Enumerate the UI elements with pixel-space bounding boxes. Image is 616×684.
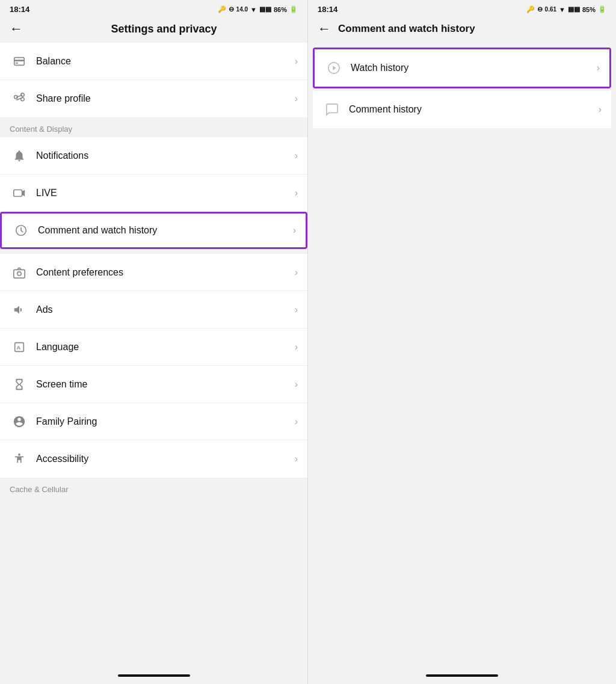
comment-watch-title: Comment and watch history <box>338 23 606 35</box>
time-left: 18:14 <box>10 5 29 14</box>
data-icon-right: 0.61 <box>545 6 556 13</box>
back-button-left[interactable]: ← <box>10 22 23 35</box>
content-preferences-chevron: › <box>295 267 298 278</box>
settings-title: Settings and privacy <box>30 23 298 35</box>
language-item[interactable]: A Language › <box>0 328 307 366</box>
play-svg <box>327 61 340 75</box>
right-panel: 18:14 🔑 ⊖ 0.61 ▼ ▩▩ 85% 🔋 ← Comment and … <box>308 0 616 684</box>
share-profile-label: Share profile <box>36 93 295 104</box>
live-svg <box>13 186 26 200</box>
comment-watch-header: ← Comment and watch history <box>308 16 616 43</box>
camera-icon <box>10 263 29 282</box>
status-icons-left: 🔑 ⊖ 14.0 ▼ ▩▩ 86% 🔋 <box>218 5 298 13</box>
svg-rect-3 <box>14 190 22 197</box>
balance-svg <box>13 55 26 68</box>
network-icon-right: ▩▩ <box>568 5 580 13</box>
screen-time-item[interactable]: Screen time › <box>0 366 307 403</box>
svg-point-6 <box>17 271 21 275</box>
language-svg: A <box>13 340 26 354</box>
content-preferences-item[interactable]: Content preferences › <box>0 254 307 291</box>
notifications-label: Notifications <box>36 150 295 161</box>
live-item[interactable]: LIVE › <box>0 174 307 212</box>
screen-time-chevron: › <box>295 379 298 390</box>
language-label: Language <box>36 342 295 353</box>
left-panel: 18:14 🔑 ⊖ 14.0 ▼ ▩▩ 86% 🔋 ← Settings and… <box>0 0 308 684</box>
wifi-icon-right: ▼ <box>559 6 565 13</box>
signal-icon: ⊖ <box>229 5 234 13</box>
svg-text:A: A <box>16 344 20 350</box>
back-button-right[interactable]: ← <box>318 22 331 35</box>
notifications-chevron: › <box>295 150 298 161</box>
data-icon: 14.0 <box>236 6 248 13</box>
clock-icon <box>11 221 31 240</box>
live-label: LIVE <box>36 188 295 199</box>
share-profile-chevron: › <box>295 93 298 104</box>
comment-history-item[interactable]: Comment history › <box>313 91 611 128</box>
key-icon-right: 🔑 <box>526 5 535 13</box>
comment-history-label: Comment history <box>349 104 599 115</box>
key-icon: 🔑 <box>218 5 226 13</box>
language-icon: A <box>10 337 29 357</box>
svg-point-9 <box>18 454 20 456</box>
status-bar-left: 18:14 🔑 ⊖ 14.0 ▼ ▩▩ 86% 🔋 <box>0 0 307 16</box>
hourglass-icon <box>10 375 29 394</box>
watch-history-label: Watch history <box>351 63 597 73</box>
svg-rect-1 <box>14 60 25 61</box>
comment-svg <box>325 103 339 116</box>
comment-watch-group: Comment and watch history › <box>0 212 307 249</box>
ads-chevron: › <box>295 304 298 315</box>
more-group: Content preferences › Ads › A <box>0 254 307 478</box>
content-display-group: Notifications › LIVE › <box>0 137 307 212</box>
family-pairing-label: Family Pairing <box>36 416 295 427</box>
comment-history-chevron: › <box>599 104 602 115</box>
accessibility-chevron: › <box>295 454 298 464</box>
accessibility-item[interactable]: Accessibility › <box>0 440 307 478</box>
live-icon <box>10 183 29 203</box>
comment-watch-history-item[interactable]: Comment and watch history › <box>0 212 307 249</box>
battery-percent-left: 86% <box>274 6 287 13</box>
status-icons-right: 🔑 ⊖ 0.61 ▼ ▩▩ 85% 🔋 <box>526 5 606 13</box>
time-right: 18:14 <box>318 5 337 14</box>
ads-label: Ads <box>36 304 295 315</box>
notifications-item[interactable]: Notifications › <box>0 137 307 174</box>
balance-label: Balance <box>36 56 295 67</box>
wifi-icon: ▼ <box>250 6 257 13</box>
battery-icon-right: 🔋 <box>598 5 606 13</box>
family-pairing-item[interactable]: Family Pairing › <box>0 403 307 440</box>
live-chevron: › <box>295 188 298 199</box>
accessibility-svg <box>13 452 26 466</box>
settings-header: ← Settings and privacy <box>0 16 307 43</box>
comment-watch-chevron: › <box>293 225 296 236</box>
home-indicator-right <box>426 674 498 677</box>
share-svg <box>13 92 26 105</box>
balance-chevron: › <box>295 56 298 67</box>
right-content: Watch history › Comment history › <box>308 43 616 667</box>
clock-svg <box>14 224 28 237</box>
comment-history-group: Comment history › <box>313 91 611 128</box>
svg-rect-5 <box>14 270 25 278</box>
camera-svg <box>13 266 26 279</box>
accessibility-label: Accessibility <box>36 454 295 464</box>
family-pairing-chevron: › <box>295 416 298 427</box>
settings-content: Balance › Share profile › Content & Disp… <box>0 43 307 667</box>
ads-svg <box>13 303 26 316</box>
balance-item[interactable]: Balance › <box>0 43 307 80</box>
svg-rect-2 <box>16 62 19 63</box>
ads-icon <box>10 300 29 319</box>
comment-icon <box>322 100 342 119</box>
watch-history-item[interactable]: Watch history › <box>315 49 609 87</box>
signal-icon-right: ⊖ <box>537 5 543 13</box>
accessibility-icon <box>10 449 29 469</box>
cache-section-label: Cache & Cellular <box>0 478 307 498</box>
share-profile-item[interactable]: Share profile › <box>0 80 307 117</box>
watch-history-group: Watch history › <box>313 48 611 88</box>
status-bar-right: 18:14 🔑 ⊖ 0.61 ▼ ▩▩ 85% 🔋 <box>308 0 616 16</box>
comment-watch-history-label: Comment and watch history <box>38 225 293 236</box>
home-indicator-left <box>118 674 190 677</box>
battery-percent-right: 85% <box>582 6 596 13</box>
ads-item[interactable]: Ads › <box>0 291 307 328</box>
family-svg <box>13 415 26 428</box>
bell-svg <box>13 149 26 162</box>
bell-icon <box>10 146 29 165</box>
content-display-section-label: Content & Display <box>0 117 307 137</box>
